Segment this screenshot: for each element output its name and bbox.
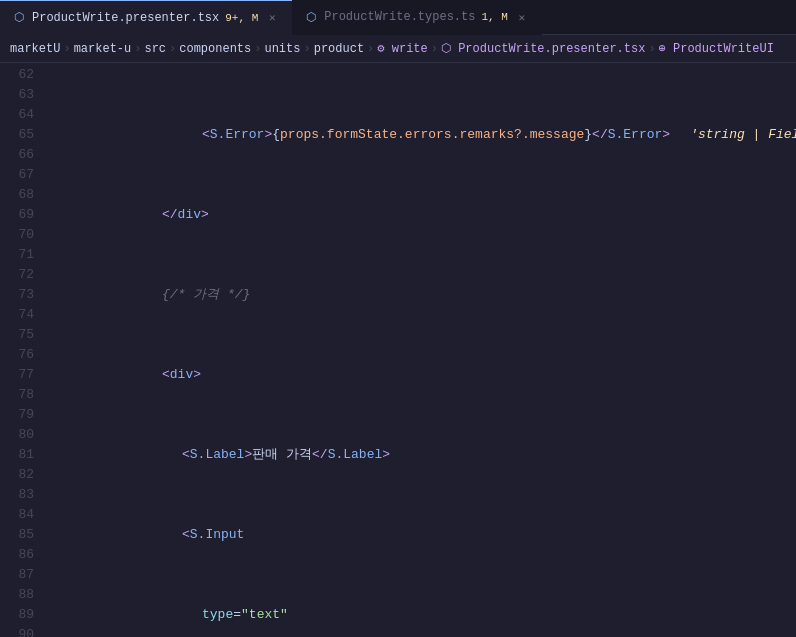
breadcrumb-item-6: product	[314, 42, 364, 56]
line-num-75: 75	[0, 325, 34, 345]
line-num-69: 69	[0, 205, 34, 225]
code-line-68: type="text"	[42, 605, 796, 625]
line-numbers: 62 63 64 65 66 67 68 69 70 71 72 73 74 7…	[0, 63, 42, 637]
tab-types[interactable]: ⬡ ProductWrite.types.ts 1, M ✕	[292, 0, 542, 35]
line-num-67: 67	[0, 165, 34, 185]
ts-icon: ⬡	[304, 10, 318, 24]
line-num-81: 81	[0, 445, 34, 465]
line-num-78: 78	[0, 385, 34, 405]
breadcrumb-item-file: ⬡ ProductWrite.presenter.tsx	[441, 41, 645, 56]
line-num-80: 80	[0, 425, 34, 445]
line-num-76: 76	[0, 345, 34, 365]
tab-close-2[interactable]: ✕	[514, 9, 530, 25]
breadcrumb: marketU › market-u › src › components › …	[0, 35, 796, 63]
line-num-87: 87	[0, 565, 34, 585]
breadcrumb-item-4: components	[179, 42, 251, 56]
code-line-65: <div>	[42, 365, 796, 385]
line-num-82: 82	[0, 465, 34, 485]
line-num-79: 79	[0, 405, 34, 425]
code-line-63: </div>	[42, 205, 796, 225]
line-num-71: 71	[0, 245, 34, 265]
tab-badge-2: 1, M	[481, 11, 507, 23]
tab-presenter[interactable]: ⬡ ProductWrite.presenter.tsx 9+, M ✕	[0, 0, 292, 35]
line-num-77: 77	[0, 365, 34, 385]
breadcrumb-item-2: market-u	[74, 42, 132, 56]
line-num-83: 83	[0, 485, 34, 505]
line-num-63: 63	[0, 85, 34, 105]
breadcrumb-item-5: units	[264, 42, 300, 56]
line-num-62: 62	[0, 65, 34, 85]
breadcrumb-item-component: ⊕ ProductWriteUI	[659, 41, 774, 56]
code-area: 62 63 64 65 66 67 68 69 70 71 72 73 74 7…	[0, 63, 796, 637]
breadcrumb-item-write: ⚙ write	[377, 41, 427, 56]
tab-badge-1: 9+, M	[225, 12, 258, 24]
line-num-65: 65	[0, 125, 34, 145]
code-line-67: <S.Input	[42, 525, 796, 545]
line-num-88: 88	[0, 585, 34, 605]
line-num-74: 74	[0, 305, 34, 325]
line-num-86: 86	[0, 545, 34, 565]
breadcrumb-item-3: src	[144, 42, 166, 56]
code-line-66: <S.Label>판매 가격</S.Label>	[42, 445, 796, 465]
line-num-66: 66	[0, 145, 34, 165]
code-line-64: {/* 가격 */}	[42, 285, 796, 305]
line-num-70: 70	[0, 225, 34, 245]
tsx-icon: ⬡	[12, 11, 26, 25]
code-line-62: <S.Error>{props.formState.errors.remarks…	[42, 125, 796, 145]
breadcrumb-sep: ›	[63, 42, 70, 56]
line-num-72: 72	[0, 265, 34, 285]
line-num-73: 73	[0, 285, 34, 305]
tab-bar: ⬡ ProductWrite.presenter.tsx 9+, M ✕ ⬡ P…	[0, 0, 796, 35]
line-num-89: 89	[0, 605, 34, 625]
tab-label-1: ProductWrite.presenter.tsx	[32, 11, 219, 25]
code-content: <S.Error>{props.formState.errors.remarks…	[42, 63, 796, 637]
line-num-64: 64	[0, 105, 34, 125]
line-num-68: 68	[0, 185, 34, 205]
breadcrumb-item-1: marketU	[10, 42, 60, 56]
tab-close-1[interactable]: ✕	[264, 10, 280, 26]
line-num-85: 85	[0, 525, 34, 545]
line-num-84: 84	[0, 505, 34, 525]
tab-label-2: ProductWrite.types.ts	[324, 10, 475, 24]
line-num-90: 90	[0, 625, 34, 637]
